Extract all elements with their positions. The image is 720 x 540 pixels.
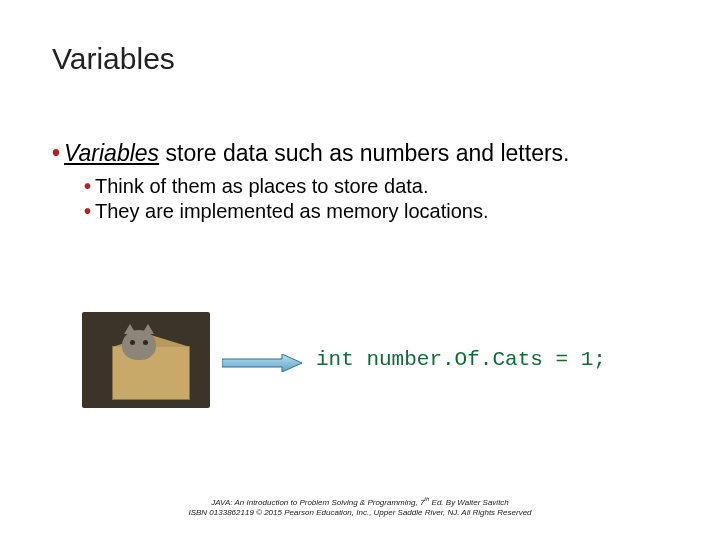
bullet-icon: •	[52, 140, 60, 166]
slide-title: Variables	[52, 42, 175, 76]
footer-line-2: ISBN 0133862119 © 2015 Pearson Education…	[0, 508, 720, 518]
cat-shape	[122, 330, 156, 360]
bullet-main-rest: store data such as numbers and letters.	[159, 140, 569, 166]
bullet-sub-1: •Think of them as places to store data.	[84, 174, 672, 199]
bullet-icon: •	[84, 175, 91, 197]
body-content: •Variables store data such as numbers an…	[52, 140, 672, 224]
arrow-icon	[222, 354, 302, 372]
footer-line-1a: JAVA: An Introduction to Problem Solving…	[211, 498, 424, 507]
bullet-main-emph: Variables	[64, 140, 159, 166]
bullet-sub-1-text: Think of them as places to store data.	[95, 175, 429, 197]
code-sample: int number.Of.Cats = 1;	[316, 348, 606, 371]
footer: JAVA: An Introduction to Problem Solving…	[0, 496, 720, 518]
slide: Variables •Variables store data such as …	[0, 0, 720, 540]
bullet-main: •Variables store data such as numbers an…	[52, 140, 672, 168]
bullet-sub-2-text: They are implemented as memory locations…	[95, 200, 489, 222]
cat-eye	[130, 340, 135, 345]
cat-in-box-image	[82, 312, 210, 408]
bullet-sub-2: •They are implemented as memory location…	[84, 199, 672, 224]
footer-line-1b: Ed. By Walter Savitch	[429, 498, 508, 507]
cat-eye	[143, 340, 148, 345]
footer-line-1: JAVA: An Introduction to Problem Solving…	[0, 496, 720, 508]
svg-marker-0	[222, 354, 302, 372]
bullet-icon: •	[84, 200, 91, 222]
